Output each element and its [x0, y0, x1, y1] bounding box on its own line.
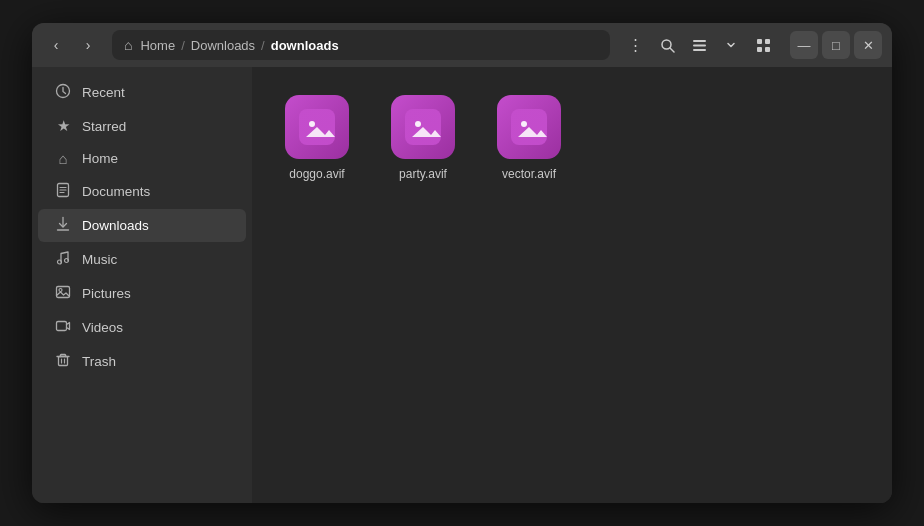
svg-point-17 [65, 259, 69, 263]
svg-rect-18 [57, 287, 70, 298]
starred-icon: ★ [54, 117, 72, 135]
svg-point-19 [59, 289, 62, 292]
sidebar-item-trash[interactable]: Trash [38, 345, 246, 378]
file-icon-doggo [285, 95, 349, 159]
list-view-icon [692, 38, 707, 53]
image-file-icon-3 [511, 109, 547, 145]
svg-rect-2 [693, 40, 706, 42]
svg-point-25 [309, 121, 315, 127]
sidebar-item-home-label: Home [82, 151, 118, 166]
downloads-icon [54, 216, 72, 235]
titlebar-actions: ⋮ [620, 30, 778, 60]
more-options-button[interactable]: ⋮ [620, 30, 650, 60]
home-icon: ⌂ [54, 150, 72, 167]
svg-rect-4 [693, 49, 706, 51]
file-icon-vector [497, 95, 561, 159]
breadcrumb-home[interactable]: Home [140, 38, 175, 53]
svg-rect-21 [59, 357, 68, 366]
view-dropdown-button[interactable] [716, 30, 746, 60]
svg-point-28 [415, 121, 421, 127]
sidebar-item-videos[interactable]: Videos [38, 311, 246, 344]
close-button[interactable]: ✕ [854, 31, 882, 59]
grid-view-button[interactable] [748, 30, 778, 60]
svg-rect-8 [765, 47, 770, 52]
svg-rect-6 [765, 39, 770, 44]
file-item-party[interactable]: party.avif [378, 87, 468, 189]
sidebar-item-videos-label: Videos [82, 320, 123, 335]
sidebar-item-music-label: Music [82, 252, 117, 267]
file-name-vector: vector.avif [502, 167, 556, 181]
minimize-button[interactable]: — [790, 31, 818, 59]
list-view-button[interactable] [684, 30, 714, 60]
svg-point-16 [58, 260, 62, 264]
videos-icon [54, 318, 72, 337]
forward-button[interactable]: › [74, 31, 102, 59]
search-icon [660, 38, 675, 53]
main-area: Recent ★ Starred ⌂ Home [32, 67, 892, 503]
svg-rect-20 [57, 322, 67, 331]
grid-view-icon [756, 38, 771, 53]
sidebar: Recent ★ Starred ⌂ Home [32, 67, 252, 503]
sidebar-item-pictures[interactable]: Pictures [38, 277, 246, 310]
window-controls: — □ ✕ [790, 31, 882, 59]
image-file-icon-2 [405, 109, 441, 145]
svg-rect-7 [757, 47, 762, 52]
sidebar-item-starred[interactable]: ★ Starred [38, 110, 246, 142]
image-file-icon [299, 109, 335, 145]
documents-icon [54, 182, 72, 201]
breadcrumb-current[interactable]: downloads [271, 38, 339, 53]
sidebar-item-home[interactable]: ⌂ Home [38, 143, 246, 174]
svg-rect-5 [757, 39, 762, 44]
maximize-button[interactable]: □ [822, 31, 850, 59]
svg-line-1 [670, 48, 674, 52]
file-item-vector[interactable]: vector.avif [484, 87, 574, 189]
breadcrumb-sep2: / [261, 38, 265, 53]
file-content-area: doggo.avif [252, 67, 892, 503]
svg-rect-3 [693, 44, 706, 46]
file-manager-window: ‹ › ⌂ Home / Downloads / downloads ⋮ [32, 23, 892, 503]
titlebar: ‹ › ⌂ Home / Downloads / downloads ⋮ [32, 23, 892, 67]
search-button[interactable] [652, 30, 682, 60]
breadcrumb-downloads[interactable]: Downloads [191, 38, 255, 53]
sidebar-item-trash-label: Trash [82, 354, 116, 369]
breadcrumb-sep1: / [181, 38, 185, 53]
file-item-doggo[interactable]: doggo.avif [272, 87, 362, 189]
recent-icon [54, 83, 72, 102]
sidebar-item-pictures-label: Pictures [82, 286, 131, 301]
file-name-party: party.avif [399, 167, 447, 181]
sidebar-item-downloads-label: Downloads [82, 218, 149, 233]
sidebar-item-starred-label: Starred [82, 119, 126, 134]
sidebar-item-documents-label: Documents [82, 184, 150, 199]
sidebar-item-documents[interactable]: Documents [38, 175, 246, 208]
sidebar-item-recent-label: Recent [82, 85, 125, 100]
file-name-doggo: doggo.avif [289, 167, 344, 181]
sidebar-item-downloads[interactable]: Downloads [38, 209, 246, 242]
pictures-icon [54, 284, 72, 303]
sidebar-item-music[interactable]: Music [38, 243, 246, 276]
music-icon [54, 250, 72, 269]
home-breadcrumb-icon: ⌂ [124, 37, 132, 53]
back-button[interactable]: ‹ [42, 31, 70, 59]
file-icon-party [391, 95, 455, 159]
sidebar-item-recent[interactable]: Recent [38, 76, 246, 109]
trash-icon [54, 352, 72, 371]
chevron-down-icon [726, 40, 736, 50]
breadcrumb: ⌂ Home / Downloads / downloads [112, 30, 610, 60]
svg-point-31 [521, 121, 527, 127]
